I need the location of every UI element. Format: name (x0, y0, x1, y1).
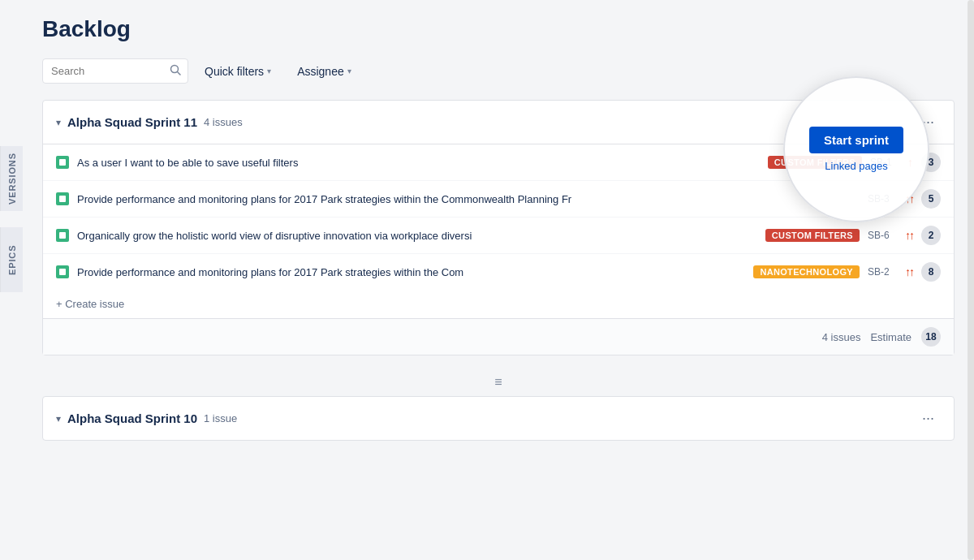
scrollbar[interactable] (968, 0, 974, 560)
assignee-label: Assignee (297, 65, 344, 78)
priority-icon: ↑ (907, 156, 913, 169)
story-points: 2 (921, 226, 941, 245)
search-container (42, 58, 188, 84)
footer-issues-count: 4 issues (822, 331, 861, 343)
story-points: 5 (921, 189, 941, 209)
assignee-chevron: ▾ (347, 67, 351, 75)
svg-rect-2 (59, 159, 66, 166)
issue-title[interactable]: Provide performance and monitoring plans… (77, 193, 860, 205)
issue-title[interactable]: Provide performance and monitoring plans… (77, 266, 745, 278)
sprint-10-name: Alpha Squad Sprint 10 (67, 411, 197, 425)
estimate-badge: 18 (921, 327, 941, 347)
sidebar-versions-label: VERSIONS (7, 153, 17, 205)
sidebar-versions[interactable]: VERSIONS (0, 146, 23, 211)
sidebar-epics-label: EPICS (7, 244, 17, 274)
toolbar: Quick filters ▾ Assignee ▾ (42, 58, 955, 84)
issue-type-icon (56, 156, 69, 169)
issue-tag[interactable]: CUSTOM FILTERS (765, 229, 860, 242)
assignee-button[interactable]: Assignee ▾ (287, 60, 361, 83)
create-issue-row[interactable]: + Create issue (43, 290, 954, 318)
svg-line-1 (178, 72, 181, 75)
sprint-10-actions: ··· (916, 407, 941, 430)
sprint-11-issues: As a user I want to be able to save usef… (43, 144, 954, 290)
drag-handle-icon: ≡ (494, 375, 502, 390)
quick-filters-label: Quick filters (205, 65, 264, 78)
page-container: VERSIONS EPICS Backlog Quick filters ▾ (0, 0, 974, 560)
sprint-11-actions: ··· (916, 110, 941, 134)
svg-rect-3 (59, 196, 66, 202)
sprint-11-footer: 4 issues Estimate 18 (43, 318, 954, 355)
story-points: 8 (921, 262, 941, 282)
table-row: Provide performance and monitoring plans… (43, 181, 954, 218)
table-row: Organically grow the holistic world view… (43, 218, 954, 254)
svg-rect-5 (59, 269, 66, 275)
issue-type-icon (56, 265, 69, 278)
sprint-11-header: ▾ Alpha Squad Sprint 11 4 issues ··· (43, 101, 954, 144)
separator: ≡ (42, 368, 955, 396)
main-content: Backlog Quick filters ▾ Assignee ▾ (23, 0, 974, 457)
sidebar-epics[interactable]: EPICS (0, 227, 23, 292)
priority-icon: ↑↑ (905, 192, 913, 205)
footer-estimate-label: Estimate (870, 331, 912, 343)
page-title: Backlog (42, 16, 955, 42)
svg-rect-4 (59, 232, 66, 239)
table-row: As a user I want to be able to save usef… (43, 144, 954, 181)
issue-id: SB-6 (868, 230, 897, 241)
issue-type-icon (56, 192, 69, 205)
quick-filters-chevron: ▾ (267, 67, 271, 75)
sprint-11-more-button[interactable]: ··· (916, 110, 941, 134)
search-input[interactable] (51, 65, 165, 77)
issue-title[interactable]: Organically grow the holistic world view… (77, 230, 757, 242)
sprint-11-chevron[interactable]: ▾ (56, 117, 61, 128)
issue-tag[interactable]: CUSTOM FILTERS (768, 156, 862, 169)
story-points: 3 (921, 153, 941, 172)
sprint-10-issue-count: 1 issue (204, 412, 237, 424)
search-icon (170, 64, 181, 78)
sprint-10-section: ▾ Alpha Squad Sprint 10 1 issue ··· (42, 396, 955, 441)
sprint-10-chevron[interactable]: ▾ (56, 413, 61, 424)
issue-id: SB-1 (870, 157, 899, 168)
issue-tag[interactable]: NANOTECHNOLOGY (753, 265, 860, 278)
table-row: Provide performance and monitoring plans… (43, 254, 954, 290)
quick-filters-button[interactable]: Quick filters ▾ (195, 60, 281, 83)
sprint-10-header: ▾ Alpha Squad Sprint 10 1 issue ··· (43, 397, 954, 440)
priority-icon: ↑↑ (905, 229, 913, 242)
issue-type-icon (56, 229, 69, 242)
issue-id: SB-3 (868, 193, 897, 205)
sprint-11-name: Alpha Squad Sprint 11 (67, 115, 197, 129)
priority-icon: ↑↑ (905, 265, 913, 278)
sprint-10-more-button[interactable]: ··· (916, 407, 941, 430)
issue-title[interactable]: As a user I want to be able to save usef… (77, 157, 760, 169)
sprint-11-issue-count: 4 issues (204, 116, 243, 128)
issue-id: SB-2 (868, 266, 897, 278)
sprint-11-section: Start sprint Linked pages ▾ Alpha Squad … (42, 100, 955, 355)
